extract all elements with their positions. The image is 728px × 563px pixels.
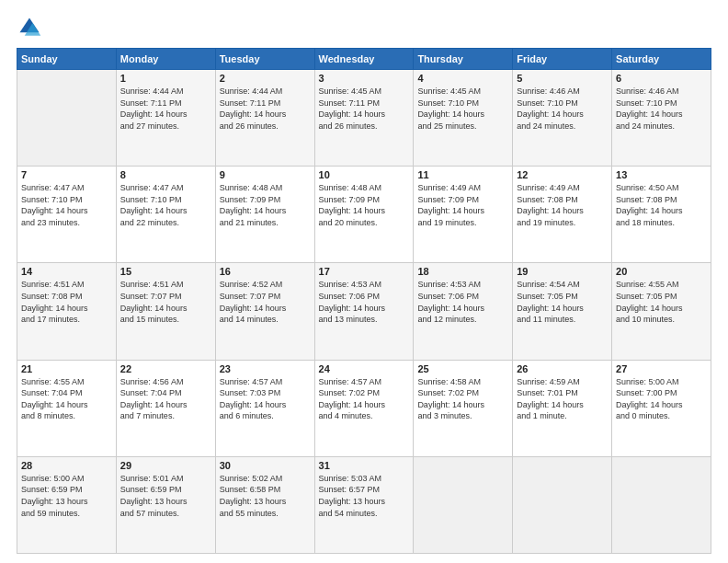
day-number: 20 — [616, 266, 707, 277]
day-info: Sunrise: 4:48 AM Sunset: 7:09 PM Dayligh… — [220, 182, 311, 228]
day-number: 16 — [220, 266, 311, 277]
day-info: Sunrise: 4:47 AM Sunset: 7:10 PM Dayligh… — [120, 182, 211, 228]
calendar-cell: 10Sunrise: 4:48 AM Sunset: 7:09 PM Dayli… — [314, 167, 414, 263]
calendar-week-row: 14Sunrise: 4:51 AM Sunset: 7:08 PM Dayli… — [17, 263, 711, 360]
calendar-cell: 8Sunrise: 4:47 AM Sunset: 7:10 PM Daylig… — [116, 167, 215, 263]
day-number: 5 — [517, 73, 608, 84]
day-number: 29 — [120, 460, 211, 471]
calendar-cell: 13Sunrise: 4:50 AM Sunset: 7:08 PM Dayli… — [612, 167, 711, 263]
day-number: 17 — [319, 266, 410, 277]
day-info: Sunrise: 4:52 AM Sunset: 7:07 PM Dayligh… — [220, 279, 311, 325]
weekday-header-row: SundayMondayTuesdayWednesdayThursdayFrid… — [17, 49, 711, 70]
day-info: Sunrise: 4:57 AM Sunset: 7:02 PM Dayligh… — [319, 376, 410, 422]
page: SundayMondayTuesdayWednesdayThursdayFrid… — [0, 0, 728, 563]
calendar-cell: 21Sunrise: 4:55 AM Sunset: 7:04 PM Dayli… — [17, 360, 117, 456]
day-info: Sunrise: 5:00 AM Sunset: 7:00 PM Dayligh… — [616, 376, 707, 422]
calendar-cell — [17, 70, 117, 167]
day-number: 28 — [21, 460, 112, 471]
weekday-header-tuesday: Tuesday — [215, 49, 314, 70]
calendar-cell: 23Sunrise: 4:57 AM Sunset: 7:03 PM Dayli… — [215, 360, 314, 456]
day-info: Sunrise: 4:45 AM Sunset: 7:10 PM Dayligh… — [417, 86, 508, 132]
calendar-cell: 17Sunrise: 4:53 AM Sunset: 7:06 PM Dayli… — [314, 263, 414, 360]
day-info: Sunrise: 4:57 AM Sunset: 7:03 PM Dayligh… — [220, 376, 311, 422]
day-info: Sunrise: 4:59 AM Sunset: 7:01 PM Dayligh… — [517, 376, 608, 422]
day-number: 7 — [21, 169, 112, 180]
calendar-cell: 15Sunrise: 4:51 AM Sunset: 7:07 PM Dayli… — [116, 263, 215, 360]
day-info: Sunrise: 4:51 AM Sunset: 7:07 PM Dayligh… — [120, 279, 211, 325]
weekday-header-thursday: Thursday — [414, 49, 513, 70]
calendar-cell: 31Sunrise: 5:03 AM Sunset: 6:57 PM Dayli… — [314, 456, 414, 553]
calendar-cell: 26Sunrise: 4:59 AM Sunset: 7:01 PM Dayli… — [513, 360, 612, 456]
day-number: 19 — [517, 266, 608, 277]
day-number: 4 — [417, 73, 508, 84]
calendar-cell: 1Sunrise: 4:44 AM Sunset: 7:11 PM Daylig… — [116, 70, 215, 167]
day-info: Sunrise: 5:02 AM Sunset: 6:58 PM Dayligh… — [220, 473, 311, 519]
weekday-header-saturday: Saturday — [612, 49, 711, 70]
day-info: Sunrise: 4:54 AM Sunset: 7:05 PM Dayligh… — [517, 279, 608, 325]
day-info: Sunrise: 4:49 AM Sunset: 7:08 PM Dayligh… — [517, 182, 608, 228]
day-number: 14 — [21, 266, 112, 277]
day-number: 22 — [120, 363, 211, 374]
day-number: 18 — [417, 266, 508, 277]
day-number: 15 — [120, 266, 211, 277]
calendar-cell: 19Sunrise: 4:54 AM Sunset: 7:05 PM Dayli… — [513, 263, 612, 360]
day-number: 21 — [21, 363, 112, 374]
day-info: Sunrise: 4:55 AM Sunset: 7:05 PM Dayligh… — [616, 279, 707, 325]
calendar-cell: 4Sunrise: 4:45 AM Sunset: 7:10 PM Daylig… — [414, 70, 513, 167]
day-number: 2 — [220, 73, 311, 84]
calendar-cell: 20Sunrise: 4:55 AM Sunset: 7:05 PM Dayli… — [612, 263, 711, 360]
calendar-cell: 3Sunrise: 4:45 AM Sunset: 7:11 PM Daylig… — [314, 70, 414, 167]
day-number: 12 — [517, 169, 608, 180]
day-number: 24 — [319, 363, 410, 374]
calendar-cell: 22Sunrise: 4:56 AM Sunset: 7:04 PM Dayli… — [116, 360, 215, 456]
day-info: Sunrise: 4:58 AM Sunset: 7:02 PM Dayligh… — [417, 376, 508, 422]
calendar-cell — [414, 456, 513, 553]
calendar-cell: 14Sunrise: 4:51 AM Sunset: 7:08 PM Dayli… — [17, 263, 117, 360]
calendar-cell: 16Sunrise: 4:52 AM Sunset: 7:07 PM Dayli… — [215, 263, 314, 360]
day-info: Sunrise: 4:48 AM Sunset: 7:09 PM Dayligh… — [319, 182, 410, 228]
calendar-cell: 5Sunrise: 4:46 AM Sunset: 7:10 PM Daylig… — [513, 70, 612, 167]
calendar-cell: 28Sunrise: 5:00 AM Sunset: 6:59 PM Dayli… — [17, 456, 117, 553]
day-info: Sunrise: 4:53 AM Sunset: 7:06 PM Dayligh… — [417, 279, 508, 325]
day-info: Sunrise: 4:51 AM Sunset: 7:08 PM Dayligh… — [21, 279, 112, 325]
day-number: 27 — [616, 363, 707, 374]
calendar-cell — [513, 456, 612, 553]
day-info: Sunrise: 4:53 AM Sunset: 7:06 PM Dayligh… — [319, 279, 410, 325]
calendar-cell: 12Sunrise: 4:49 AM Sunset: 7:08 PM Dayli… — [513, 167, 612, 263]
calendar-cell: 18Sunrise: 4:53 AM Sunset: 7:06 PM Dayli… — [414, 263, 513, 360]
weekday-header-wednesday: Wednesday — [314, 49, 414, 70]
day-number: 31 — [319, 460, 410, 471]
logo — [17, 15, 46, 40]
day-info: Sunrise: 4:46 AM Sunset: 7:10 PM Dayligh… — [517, 86, 608, 132]
calendar-cell: 11Sunrise: 4:49 AM Sunset: 7:09 PM Dayli… — [414, 167, 513, 263]
day-info: Sunrise: 4:44 AM Sunset: 7:11 PM Dayligh… — [220, 86, 311, 132]
day-info: Sunrise: 5:03 AM Sunset: 6:57 PM Dayligh… — [319, 473, 410, 519]
day-info: Sunrise: 4:50 AM Sunset: 7:08 PM Dayligh… — [616, 182, 707, 228]
calendar-cell: 30Sunrise: 5:02 AM Sunset: 6:58 PM Dayli… — [215, 456, 314, 553]
day-info: Sunrise: 4:55 AM Sunset: 7:04 PM Dayligh… — [21, 376, 112, 422]
weekday-header-sunday: Sunday — [17, 49, 117, 70]
day-info: Sunrise: 4:47 AM Sunset: 7:10 PM Dayligh… — [21, 182, 112, 228]
day-info: Sunrise: 4:44 AM Sunset: 7:11 PM Dayligh… — [120, 86, 211, 132]
day-number: 11 — [417, 169, 508, 180]
calendar-cell: 27Sunrise: 5:00 AM Sunset: 7:00 PM Dayli… — [612, 360, 711, 456]
weekday-header-friday: Friday — [513, 49, 612, 70]
calendar-cell: 6Sunrise: 4:46 AM Sunset: 7:10 PM Daylig… — [612, 70, 711, 167]
calendar-week-row: 21Sunrise: 4:55 AM Sunset: 7:04 PM Dayli… — [17, 360, 711, 456]
calendar-week-row: 28Sunrise: 5:00 AM Sunset: 6:59 PM Dayli… — [17, 456, 711, 553]
logo-icon — [17, 15, 42, 40]
day-number: 9 — [220, 169, 311, 180]
day-info: Sunrise: 5:01 AM Sunset: 6:59 PM Dayligh… — [120, 473, 211, 519]
day-number: 23 — [220, 363, 311, 374]
day-info: Sunrise: 4:49 AM Sunset: 7:09 PM Dayligh… — [417, 182, 508, 228]
day-number: 1 — [120, 73, 211, 84]
calendar-cell: 7Sunrise: 4:47 AM Sunset: 7:10 PM Daylig… — [17, 167, 117, 263]
day-number: 30 — [220, 460, 311, 471]
calendar-cell: 24Sunrise: 4:57 AM Sunset: 7:02 PM Dayli… — [314, 360, 414, 456]
calendar-cell: 2Sunrise: 4:44 AM Sunset: 7:11 PM Daylig… — [215, 70, 314, 167]
day-info: Sunrise: 4:45 AM Sunset: 7:11 PM Dayligh… — [319, 86, 410, 132]
weekday-header-monday: Monday — [116, 49, 215, 70]
day-number: 3 — [319, 73, 410, 84]
day-number: 10 — [319, 169, 410, 180]
calendar-cell — [612, 456, 711, 553]
